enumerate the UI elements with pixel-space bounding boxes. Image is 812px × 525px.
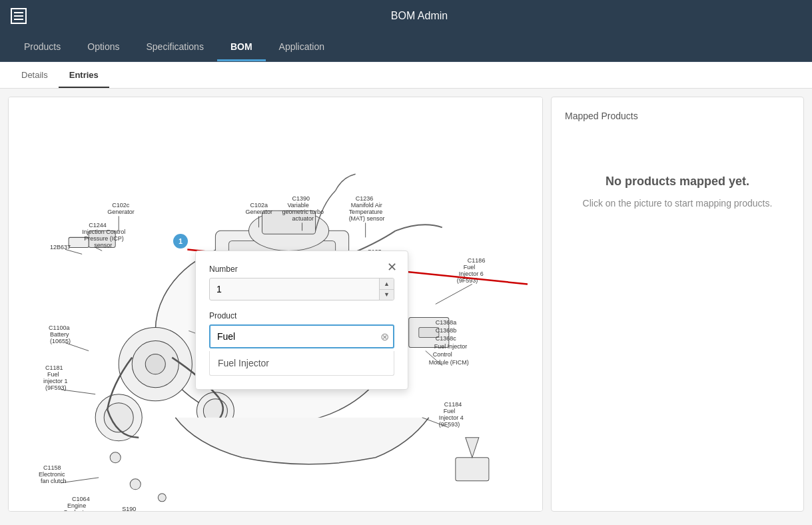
number-field-label: Number [209,264,394,274]
svg-text:Fuel Injector: Fuel Injector [434,343,468,350]
svg-text:C1368b: C1368b [436,327,457,334]
spinner-up-button[interactable]: ▲ [379,278,394,290]
svg-text:C1368a: C1368a [436,319,457,326]
svg-point-25 [110,452,121,463]
svg-text:S190: S190 [122,506,136,511]
svg-text:Module (FICM): Module (FICM) [429,359,469,366]
svg-text:C1236: C1236 [356,195,374,202]
product-field-label: Product [209,311,394,320]
product-dropdown: Fuel Injector [209,351,394,376]
main-nav: Products Options Specifications BOM Appl… [0,32,812,62]
svg-text:Electronic: Electronic [39,471,65,478]
svg-text:C1064: C1064 [72,496,90,502]
svg-line-62 [436,284,472,304]
svg-text:(MAT) sensor: (MAT) sensor [349,215,385,222]
mapped-products-panel: Mapped Products No products mapped yet. … [551,97,804,512]
svg-text:Control: Control [433,351,452,358]
svg-line-71 [61,390,95,394]
svg-text:Injector 6: Injector 6 [459,270,484,277]
mapped-products-title: Mapped Products [565,111,638,121]
svg-text:C1100a: C1100a [49,324,70,331]
nav-application[interactable]: Application [266,32,338,61]
svg-line-66 [65,343,89,351]
nav-products[interactable]: Products [11,32,74,61]
svg-text:sensor: sensor [94,242,112,249]
engine-diagram[interactable]: C102c Generator C1244 Injection Control … [9,97,542,511]
mapping-modal: ✕ Number ▲ ▼ Product ⊗ Fuel Injector [195,251,408,390]
no-products-subtext: Click on the picture to start mapping pr… [583,197,773,211]
svg-text:Fuel: Fuel [464,264,476,270]
svg-text:C1186: C1186 [468,257,486,264]
svg-text:injector 1: injector 1 [43,378,68,384]
svg-text:12B637: 12B637 [50,244,71,251]
svg-text:Battery: Battery [50,331,69,338]
product-search-input[interactable] [209,324,394,348]
nav-bom[interactable]: BOM [217,32,266,61]
number-spinners: ▲ ▼ [379,278,394,300]
svg-text:(9F593): (9F593) [439,421,460,428]
svg-text:actuator: actuator [292,215,314,222]
main-content: C102c Generator C1244 Injection Control … [0,89,812,520]
modal-close-button[interactable]: ✕ [384,259,400,275]
svg-text:Generator: Generator [107,209,135,215]
svg-text:Coolant: Coolant [63,509,85,511]
svg-point-6 [145,354,165,374]
tab-details[interactable]: Details [11,62,59,88]
number-input[interactable] [209,278,394,300]
svg-text:fan clutch: fan clutch [41,478,67,484]
svg-text:(10655): (10655) [50,338,71,344]
svg-text:C1244: C1244 [89,222,107,229]
sidebar-toggle-button[interactable] [11,8,27,24]
svg-rect-0 [14,12,23,13]
svg-text:Generator: Generator [245,209,272,215]
svg-text:C1181: C1181 [45,364,63,371]
svg-rect-1 [14,15,23,17]
svg-point-27 [158,494,166,502]
svg-text:Injection Control: Injection Control [82,229,125,235]
nav-options[interactable]: Options [74,32,133,61]
svg-text:C102a: C102a [250,202,268,209]
spinner-down-button[interactable]: ▼ [379,290,394,300]
svg-rect-24 [456,458,489,481]
svg-text:Variable: Variable [288,202,309,209]
svg-text:Temperature: Temperature [349,209,383,215]
nav-specifications[interactable]: Specifications [133,32,217,61]
point-marker[interactable]: 1 [173,234,188,249]
svg-text:C102c: C102c [112,202,130,209]
svg-text:Injector 4: Injector 4 [439,414,464,421]
svg-point-26 [130,479,141,490]
svg-line-39 [65,249,82,254]
svg-line-87 [61,478,99,483]
svg-text:C1368c: C1368c [436,335,457,342]
tab-entries[interactable]: Entries [59,62,109,88]
product-input-wrapper: ⊗ [209,324,394,348]
diagram-panel[interactable]: C102c Generator C1244 Injection Control … [8,97,543,512]
svg-text:Fuel: Fuel [444,408,456,414]
no-products-heading: No products mapped yet. [606,175,749,189]
app-title: BOM Admin [37,10,801,22]
svg-text:C1158: C1158 [43,464,61,471]
number-input-wrapper: ▲ ▼ [209,278,394,300]
svg-text:geometric turbo: geometric turbo [282,209,324,215]
clear-product-button[interactable]: ⊗ [380,330,389,343]
svg-text:Manifold Air: Manifold Air [351,202,382,209]
svg-text:Pressure (ICP): Pressure (ICP) [84,235,124,242]
svg-rect-2 [14,19,23,20]
dropdown-item-fuel-injector[interactable]: Fuel Injector [210,351,394,375]
sub-tabs: Details Entries [0,62,812,89]
svg-text:Engine: Engine [67,502,86,509]
svg-text:C1184: C1184 [444,401,462,408]
svg-text:C1390: C1390 [292,195,310,202]
header: BOM Admin [0,0,812,32]
svg-text:Fuel: Fuel [47,371,59,378]
